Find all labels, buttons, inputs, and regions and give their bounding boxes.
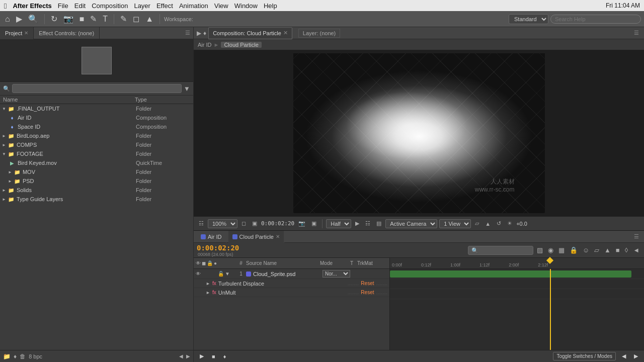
menu-window[interactable]: Window [234, 2, 258, 10]
viewer-fit-btn[interactable]: ◻ [239, 219, 248, 228]
expand-icon: ► [2, 143, 6, 147]
toolbar-pen-btn[interactable]: ✎ [88, 13, 99, 25]
viewer-expose-btn[interactable]: ☀ [505, 219, 514, 228]
list-item[interactable]: ► 📁 MOV Folder [0, 167, 193, 176]
toolbar-select-btn[interactable]: ▶ [14, 13, 24, 25]
viewer-3d-btn[interactable]: ▱ [473, 219, 481, 228]
list-item[interactable]: ♦ Space ID Composition [0, 122, 193, 131]
tl-shy-btn[interactable]: ☺ [581, 245, 591, 255]
track-bar-1[interactable] [390, 270, 631, 278]
turbulent-reset-btn[interactable]: Reset [361, 281, 374, 286]
view-select[interactable]: 1 View [439, 219, 471, 228]
toolbar-zoom-btn[interactable]: 🔍 [26, 13, 40, 25]
list-item[interactable]: ► 📁 Solids Folder [0, 186, 193, 195]
tl-bottom-extra-btn[interactable]: ♦ [221, 352, 228, 360]
toolbar-eraser-btn[interactable]: ◻ [131, 13, 141, 25]
comp-viewer-menu-btn[interactable]: ☰ [632, 30, 641, 36]
panel-menu-btn[interactable]: ☰ [182, 30, 193, 36]
menu-composition[interactable]: Composition [92, 2, 128, 10]
toolbar-shape-btn[interactable]: ■ [77, 14, 87, 25]
zoom-select[interactable]: 100% [208, 219, 237, 228]
delete-icon[interactable]: 🗑 [20, 353, 26, 360]
breadcrumb-cloud-particle[interactable]: Cloud Particle [221, 42, 261, 48]
toolbar-stamp-btn[interactable]: ▲ [143, 14, 155, 25]
breadcrumb-air-id[interactable]: Air ID [198, 42, 212, 48]
camera-select[interactable]: Active Camera [385, 219, 437, 228]
list-item[interactable]: ► 📁 Type Guide Layers Folder [0, 195, 193, 204]
tl-compose-btn[interactable]: ▨ [535, 245, 544, 255]
timeline-tab-cloud-particle[interactable]: Cloud Particle ✕ [228, 231, 284, 243]
tl-bottom-new-btn[interactable]: ▶ [198, 352, 206, 360]
comp-tab-cloud-particle[interactable]: Composition: Cloud Particle ✕ [208, 27, 292, 39]
expand-effect-icon[interactable]: ► [206, 281, 210, 286]
tab-close-btn[interactable]: ✕ [276, 234, 280, 239]
tab-effect-controls[interactable]: Effect Controls: (none) [34, 27, 100, 39]
menu-layer[interactable]: Layer [134, 2, 150, 10]
quality-select[interactable]: Half [326, 219, 351, 228]
new-folder-icon[interactable]: 📁 [3, 353, 11, 360]
list-item[interactable]: ♦ Air ID Composition [0, 113, 193, 122]
viewer-reset-btn[interactable]: ↺ [495, 219, 503, 228]
expand-effect-icon2[interactable]: ► [206, 290, 210, 295]
viewer-channel-btn[interactable]: ▣ [309, 219, 318, 228]
layer-mode-select[interactable]: Nor... [323, 270, 350, 278]
tl-lock-btn[interactable]: 🔒 [568, 245, 579, 255]
new-comp-icon[interactable]: ♦ [14, 353, 17, 360]
list-item[interactable]: ▼ 📁 FOOTAGE Folder [0, 149, 193, 158]
viewer-grid2-btn[interactable]: ☷ [363, 219, 372, 228]
comp-tab-close[interactable]: ✕ [283, 30, 288, 36]
layer-row[interactable]: 👁 🔓 ▼ 1 Cloud_Sprite.psd Nor... [194, 269, 389, 279]
expand-layer-icon[interactable]: ▼ [225, 271, 230, 277]
tl-motion-btn[interactable]: ◊ [623, 245, 629, 255]
next-page-btn[interactable]: ▶ [186, 353, 190, 359]
timeline-menu-btn[interactable]: ☰ [632, 233, 641, 240]
list-item[interactable]: ► 📁 COMPS Folder [0, 140, 193, 149]
viewer-guides-btn[interactable]: ▤ [374, 219, 383, 228]
menu-file[interactable]: File [58, 2, 68, 10]
menu-effect[interactable]: Effect [156, 2, 173, 10]
search-help-input[interactable] [550, 15, 641, 24]
list-item[interactable]: ► 📁 PSD Folder [0, 176, 193, 186]
viewer-fast-btn[interactable]: ▶ [353, 219, 361, 228]
timeline-search-input[interactable] [468, 246, 533, 255]
apple-menu[interactable]:  [4, 2, 7, 10]
menu-view[interactable]: View [214, 2, 228, 10]
toolbar-camera-btn[interactable]: 📷 [61, 13, 75, 25]
timeline-tab-air-id[interactable]: Air ID [197, 231, 226, 243]
timeline-ruler[interactable]: 0:00f 0:12f 1:00f 1:12f 2:00f 2:12f [390, 258, 644, 269]
menu-help[interactable]: Help [264, 2, 277, 10]
tl-export-btn[interactable]: ◄ [631, 245, 641, 255]
viewer-safe-btn[interactable]: ▣ [250, 219, 259, 228]
unmult-reset-btn[interactable]: Reset [361, 290, 374, 295]
search-options-btn[interactable]: ▼ [184, 85, 190, 93]
time-display[interactable]: 0:00:02:20 [197, 244, 239, 252]
toolbar-text-btn[interactable]: T [101, 14, 110, 25]
viewer-snapshot-btn[interactable]: 📷 [296, 219, 307, 228]
list-item[interactable]: ► 📁 BirdLoop.aep Folder [0, 131, 193, 140]
menu-animation[interactable]: Animation [179, 2, 208, 10]
viewer-stereo-btn[interactable]: ▲ [483, 220, 493, 228]
eye-icon[interactable]: 👁 [196, 271, 201, 277]
toolbar-brush-btn[interactable]: ✎ [118, 13, 129, 25]
list-item[interactable]: ▶ Bird Keyed.mov QuickTime [0, 158, 193, 167]
lock-icon[interactable]: 🔓 [218, 271, 224, 277]
tl-switch-btn[interactable]: ▦ [557, 245, 566, 255]
toolbar-rotate-btn[interactable]: ↻ [49, 13, 59, 25]
tl-bottom-ctrl-btn[interactable]: ■ [210, 352, 217, 360]
tl-nav-left-btn[interactable]: ◀ [620, 352, 628, 360]
project-search-input[interactable] [12, 84, 182, 93]
tl-graph-btn[interactable]: ▲ [603, 245, 612, 255]
tab-project[interactable]: Project ✕ [0, 27, 34, 39]
tl-solo-btn[interactable]: ◉ [546, 245, 555, 255]
list-item[interactable]: ▼ 📁 .FINAL_OUTPUT Folder [0, 104, 193, 113]
workspace-select[interactable]: Standard [509, 14, 548, 24]
tl-nav-right-btn[interactable]: ▶ [632, 352, 640, 360]
tl-draft-btn[interactable]: ■ [614, 245, 621, 255]
prev-page-btn[interactable]: ◀ [179, 353, 183, 359]
tl-mask-btn[interactable]: ▱ [593, 245, 601, 255]
toolbar-home-btn[interactable]: ⌂ [3, 14, 12, 25]
tab-project-close[interactable]: ✕ [24, 30, 28, 36]
toggle-switches-modes-btn[interactable]: Toggle Switches / Modes [553, 352, 616, 360]
viewer-grid-btn[interactable]: ☷ [197, 219, 206, 228]
menu-edit[interactable]: Edit [74, 2, 86, 10]
